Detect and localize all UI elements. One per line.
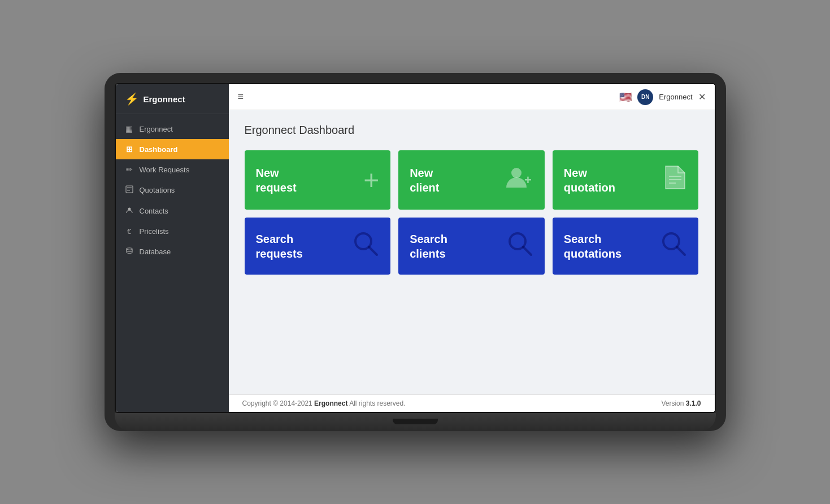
new-client-label: New client <box>410 166 439 195</box>
sidebar-item-contacts[interactable]: Contacts <box>116 201 229 221</box>
footer-copyright: Copyright © 2014-2021 Ergonnect All righ… <box>242 399 406 407</box>
flag-icon: 🇺🇸 <box>619 91 632 103</box>
search-clients-icon <box>506 230 533 262</box>
close-button[interactable]: ✕ <box>698 92 706 102</box>
add-person-icon: + <box>504 163 533 197</box>
hamburger-button[interactable]: ≡ <box>238 91 244 103</box>
svg-text:+: + <box>524 173 532 187</box>
document-icon <box>663 164 687 196</box>
app-container: ⚡ Ergonnect ▦ Ergonnect ⊞ Dashboard ✏ Wo… <box>116 84 715 412</box>
contacts-icon <box>125 206 134 216</box>
new-request-label: New request <box>256 166 297 195</box>
laptop-frame: ⚡ Ergonnect ▦ Ergonnect ⊞ Dashboard ✏ Wo… <box>105 73 726 431</box>
logo-icon: ⚡ <box>125 92 139 106</box>
logo-text: Ergonnect <box>144 94 185 104</box>
sidebar-item-label-ergonnect: Ergonnect <box>140 125 173 133</box>
database-icon <box>125 247 134 257</box>
search-quotations-card[interactable]: Search quotations <box>553 218 699 275</box>
sidebar-item-label-contacts: Contacts <box>140 207 168 215</box>
sidebar-item-work-requests[interactable]: ✏ Work Requests <box>116 159 229 180</box>
sidebar-item-pricelists[interactable]: € Pricelists <box>116 221 229 241</box>
svg-line-16 <box>677 247 685 255</box>
content-area: Ergonnect Dashboard New request + <box>229 110 715 394</box>
sidebar: ⚡ Ergonnect ▦ Ergonnect ⊞ Dashboard ✏ Wo… <box>116 84 229 412</box>
svg-line-12 <box>369 247 377 255</box>
new-quotation-label: New quotation <box>564 166 615 195</box>
sidebar-item-label-work-requests: Work Requests <box>140 166 190 174</box>
plus-icon: + <box>363 164 379 195</box>
laptop-screen: ⚡ Ergonnect ▦ Ergonnect ⊞ Dashboard ✏ Wo… <box>115 83 716 413</box>
new-request-card[interactable]: New request + <box>245 150 391 210</box>
search-quotations-icon <box>660 230 687 262</box>
svg-point-5 <box>127 248 132 250</box>
new-client-card[interactable]: New client + <box>398 150 545 210</box>
topbar: ≡ 🇺🇸 DN Ergonnect ✕ <box>229 84 715 110</box>
search-clients-card[interactable]: Search clients <box>398 218 545 275</box>
main-content: ≡ 🇺🇸 DN Ergonnect ✕ Ergonnect Dashboard <box>229 84 715 412</box>
sidebar-logo[interactable]: ⚡ Ergonnect <box>116 84 229 114</box>
svg-line-14 <box>523 247 531 255</box>
laptop-notch <box>393 419 438 424</box>
topbar-right: 🇺🇸 DN Ergonnect ✕ <box>619 89 705 105</box>
quotations-icon <box>125 185 134 195</box>
svg-point-6 <box>511 168 522 178</box>
footer: Copyright © 2014-2021 Ergonnect All righ… <box>229 394 715 412</box>
dashboard-icon: ⊞ <box>125 145 134 154</box>
sidebar-item-quotations[interactable]: Quotations <box>116 180 229 201</box>
search-quotations-label: Search quotations <box>564 232 622 261</box>
user-avatar[interactable]: DN <box>637 89 653 105</box>
sidebar-item-label-dashboard: Dashboard <box>140 145 178 154</box>
laptop-base <box>115 413 716 431</box>
page-title: Ergonnect Dashboard <box>245 124 699 137</box>
sidebar-item-label-quotations: Quotations <box>140 186 175 194</box>
footer-version: Version 3.1.0 <box>661 399 701 407</box>
sidebar-nav: ▦ Ergonnect ⊞ Dashboard ✏ Work Requests <box>116 114 229 262</box>
user-name: Ergonnect <box>659 93 692 101</box>
sidebar-item-dashboard[interactable]: ⊞ Dashboard <box>116 139 229 159</box>
work-requests-icon: ✏ <box>125 165 134 174</box>
sidebar-item-ergonnect[interactable]: ▦ Ergonnect <box>116 119 229 139</box>
search-clients-label: Search clients <box>410 232 447 261</box>
topbar-left: ≡ <box>238 91 244 103</box>
pricelists-icon: € <box>125 227 134 236</box>
search-requests-card[interactable]: Search requests <box>245 218 391 275</box>
sidebar-item-database[interactable]: Database <box>116 241 229 262</box>
search-requests-label: Search requests <box>256 232 303 261</box>
grid-icon: ▦ <box>125 124 134 133</box>
new-quotation-card[interactable]: New quotation <box>553 150 699 210</box>
sidebar-item-label-pricelists: Pricelists <box>140 227 169 236</box>
search-requests-icon <box>352 230 379 262</box>
sidebar-item-label-database: Database <box>140 247 171 256</box>
dashboard-grid: New request + New client <box>245 150 699 275</box>
